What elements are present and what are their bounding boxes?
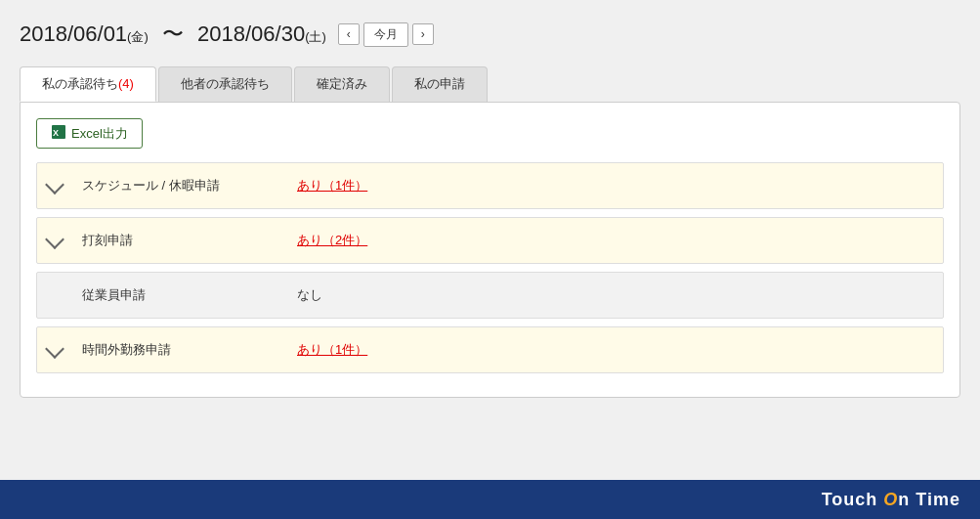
timeclock-label: 打刻申請 <box>72 218 287 263</box>
overtime-link[interactable]: あり（1件） <box>297 342 367 357</box>
prev-month-button[interactable]: ‹ <box>338 23 360 45</box>
tab-confirmed[interactable]: 確定済み <box>294 66 390 102</box>
timeclock-link[interactable]: あり（2件） <box>297 233 367 247</box>
tab-my-requests-label: 私の申請 <box>414 76 465 91</box>
tab-others-pending-label: 他者の承認待ち <box>181 76 270 91</box>
footer: Touch On Time <box>0 480 980 519</box>
schedule-row: スケジュール / 休暇申請 あり（1件） <box>36 162 944 209</box>
schedule-link[interactable]: あり（1件） <box>297 178 367 193</box>
tab-confirmed-label: 確定済み <box>317 76 367 91</box>
overtime-row: 時間外勤務申請 あり（1件） <box>36 326 944 373</box>
excel-icon: X <box>51 124 66 143</box>
next-month-button[interactable]: › <box>412 23 434 45</box>
tabs-container: 私の承認待ち(4) 他者の承認待ち 確定済み 私の申請 <box>20 66 960 102</box>
date-range-title: 2018/06/01(金) 〜 2018/06/30(土) <box>20 20 326 49</box>
main-panel: X Excel出力 スケジュール / 休暇申請 あり（1件） 打刻申請 あり（2… <box>20 102 960 398</box>
employee-chevron-placeholder <box>37 281 72 309</box>
tab-my-pending-badge: (4) <box>118 76 134 91</box>
excel-export-button[interactable]: X Excel出力 <box>36 118 143 149</box>
day-end-label: (土) <box>305 29 326 44</box>
brand-o: O <box>883 490 898 509</box>
excel-export-label: Excel出力 <box>71 125 128 143</box>
tab-my-requests[interactable]: 私の申請 <box>392 66 488 102</box>
overtime-value: あり（1件） <box>287 327 943 372</box>
tilde: 〜 <box>162 22 184 46</box>
schedule-label: スケジュール / 休暇申請 <box>72 163 287 208</box>
date-header: 2018/06/01(金) 〜 2018/06/30(土) ‹ 今月 › <box>20 20 960 49</box>
brand-logo: Touch On Time <box>822 490 960 510</box>
timeclock-row: 打刻申請 あり（2件） <box>36 217 944 264</box>
svg-text:X: X <box>53 128 59 138</box>
employee-none: なし <box>297 287 322 302</box>
date-end: 2018/06/30 <box>197 22 305 46</box>
timeclock-value: あり（2件） <box>287 218 943 263</box>
brand-post: n Time <box>898 490 960 509</box>
tab-others-pending[interactable]: 他者の承認待ち <box>158 66 292 102</box>
nav-controls: ‹ 今月 › <box>338 22 434 47</box>
employee-row: 従業員申請 なし <box>36 272 944 319</box>
tab-my-pending-label: 私の承認待ち <box>42 76 118 91</box>
timeclock-chevron[interactable] <box>37 222 72 260</box>
schedule-value: あり（1件） <box>287 163 943 208</box>
date-start: 2018/06/01 <box>20 22 127 46</box>
day-start-label: (金) <box>127 29 149 44</box>
tab-my-pending[interactable]: 私の承認待ち(4) <box>20 66 156 102</box>
schedule-chevron[interactable] <box>37 167 72 205</box>
employee-value: なし <box>287 273 943 318</box>
brand-pre: Touch <box>822 490 884 509</box>
today-button[interactable]: 今月 <box>363 22 408 47</box>
overtime-label: 時間外勤務申請 <box>72 327 287 372</box>
overtime-chevron[interactable] <box>37 331 72 369</box>
employee-label: 従業員申請 <box>72 273 287 318</box>
